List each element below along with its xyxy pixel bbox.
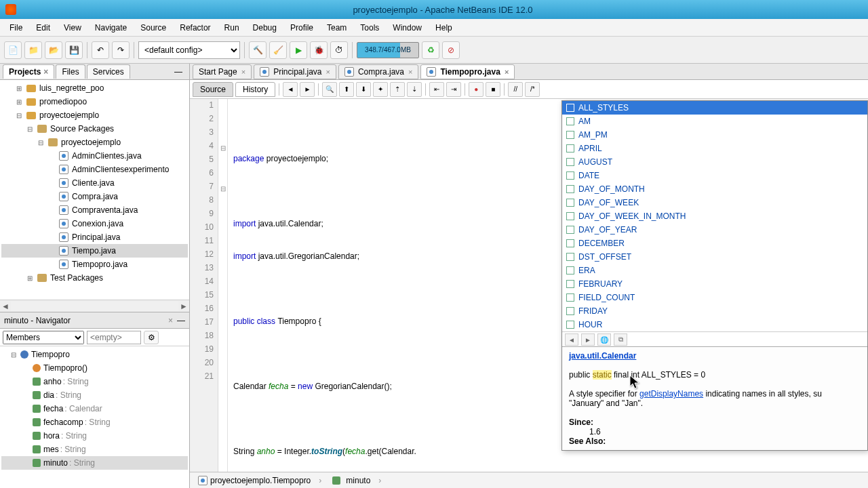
close-icon[interactable]: ×: [241, 68, 245, 76]
view-history-tab[interactable]: History: [235, 82, 275, 97]
view-source-tab[interactable]: Source: [193, 82, 233, 97]
menu-profile[interactable]: Profile: [283, 20, 320, 35]
find-icon[interactable]: 🔍: [322, 82, 337, 97]
save-all-icon[interactable]: 💾: [65, 41, 83, 59]
fold-gutter[interactable]: ⊟⊟: [218, 99, 228, 472]
autocomplete-item[interactable]: ERA: [562, 264, 867, 277]
fold-marker[interactable]: [218, 263, 227, 277]
shift-right-icon[interactable]: ⇥: [446, 82, 461, 97]
gc-icon[interactable]: ♻: [422, 41, 439, 59]
autocomplete-item[interactable]: DAY_OF_WEEK_IN_MONTH: [562, 209, 867, 223]
tree-item[interactable]: Conexion.java: [1, 217, 188, 230]
tree-item[interactable]: Compraventa.java: [1, 203, 188, 217]
close-icon[interactable]: ×: [168, 316, 173, 325]
navigator-item[interactable]: anho : String: [1, 375, 188, 388]
shift-left-icon[interactable]: ⇤: [429, 82, 444, 97]
tree-item[interactable]: ⊞Test Packages: [1, 271, 188, 285]
doc-class-link[interactable]: java.util.Calendar: [569, 351, 636, 361]
fold-marker[interactable]: [218, 290, 227, 304]
expand-icon[interactable]: ⊞: [26, 274, 34, 282]
macro-stop-icon[interactable]: ■: [486, 82, 500, 97]
fold-marker[interactable]: ⊟: [218, 141, 227, 155]
next-occurrence-icon[interactable]: ⇣: [407, 82, 422, 97]
navigator-item[interactable]: ⊟Tiempopro: [1, 348, 188, 361]
autocomplete-item[interactable]: FIELD_COUNT: [562, 291, 867, 304]
scroll-right-icon[interactable]: ►: [178, 302, 189, 311]
run-icon[interactable]: ▶: [290, 41, 307, 59]
tree-item[interactable]: Tiempo.java: [1, 244, 188, 258]
autocomplete-list[interactable]: ALL_STYLESAMAM_PMAPRILAUGUSTDATEDAY_OF_M…: [562, 101, 867, 331]
doc-window-icon[interactable]: ⧉: [614, 333, 627, 346]
navigator-item[interactable]: Tiempopro(): [1, 361, 188, 375]
project-tree[interactable]: ⊞luis_negrette_poo⊞promediopoo⊟proyectoe…: [0, 80, 189, 300]
doc-browser-icon[interactable]: 🌐: [597, 333, 611, 346]
toggle-highlight-icon[interactable]: ✦: [373, 82, 388, 97]
expand-icon[interactable]: ⊟: [15, 112, 23, 119]
fold-marker[interactable]: [218, 114, 227, 127]
fold-marker[interactable]: [218, 304, 227, 317]
autocomplete-item[interactable]: AUGUST: [562, 155, 867, 169]
doc-back-icon[interactable]: ◄: [565, 333, 578, 346]
expand-icon[interactable]: ⊟: [26, 125, 34, 133]
navigator-tree[interactable]: ⊟TiempoproTiempopro()anho : Stringdia : …: [0, 346, 189, 488]
expand-icon[interactable]: ⊟: [37, 139, 45, 146]
tree-item[interactable]: ⊞promediopoo: [1, 95, 188, 108]
fold-marker[interactable]: [218, 155, 227, 168]
close-icon[interactable]: ×: [408, 68, 412, 76]
autocomplete-item[interactable]: DAY_OF_MONTH: [562, 182, 867, 196]
prev-occurrence-icon[interactable]: ⇡: [390, 82, 405, 97]
autocomplete-item[interactable]: DAY_OF_WEEK: [562, 196, 867, 209]
fold-marker[interactable]: [218, 127, 227, 141]
fold-marker[interactable]: [218, 209, 227, 222]
navigator-item[interactable]: dia : String: [1, 388, 188, 402]
redo-icon[interactable]: ↷: [112, 41, 130, 59]
autocomplete-item[interactable]: DST_OFFSET: [562, 250, 867, 264]
filter-icon[interactable]: ⚙: [144, 331, 159, 344]
tree-item[interactable]: ⊞luis_negrette_poo: [1, 81, 188, 95]
menu-view[interactable]: View: [57, 20, 88, 35]
uncomment-icon[interactable]: /*: [525, 82, 540, 97]
menu-file[interactable]: File: [3, 20, 29, 35]
menu-team[interactable]: Team: [320, 20, 353, 35]
autocomplete-item[interactable]: DECEMBER: [562, 237, 867, 250]
navigator-item[interactable]: fechacomp : String: [1, 415, 188, 429]
autocomplete-item[interactable]: AM: [562, 115, 867, 128]
tab-files[interactable]: Files: [56, 64, 85, 79]
navigator-item[interactable]: fecha : Calendar: [1, 402, 188, 415]
autocomplete-item[interactable]: FRIDAY: [562, 304, 867, 318]
tree-item[interactable]: Compra.java: [1, 190, 188, 203]
fold-marker[interactable]: [218, 222, 227, 236]
autocomplete-item[interactable]: AM_PM: [562, 128, 867, 142]
new-project-icon[interactable]: 📁: [24, 41, 42, 59]
expand-icon[interactable]: ⊞: [15, 98, 23, 106]
build-icon[interactable]: 🔨: [249, 41, 267, 59]
fold-marker[interactable]: ⊟: [218, 182, 227, 195]
autocomplete-item[interactable]: ALL_STYLES: [562, 101, 867, 115]
navigator-filter-input[interactable]: [87, 331, 141, 344]
fold-marker[interactable]: [218, 358, 227, 371]
fold-marker[interactable]: [218, 168, 227, 182]
fold-marker[interactable]: [218, 371, 227, 385]
fold-marker[interactable]: [218, 236, 227, 249]
autocomplete-item[interactable]: DAY_OF_YEAR: [562, 223, 867, 237]
open-project-icon[interactable]: 📂: [45, 41, 62, 59]
fold-marker[interactable]: [218, 277, 227, 290]
tree-item[interactable]: AdminClientesexperimento: [1, 163, 188, 176]
nav-fwd-icon[interactable]: ►: [300, 82, 315, 97]
next-bookmark-icon[interactable]: ⬇: [356, 82, 371, 97]
tab-start-page[interactable]: Start Page×: [193, 64, 252, 79]
clean-build-icon[interactable]: 🧹: [269, 41, 287, 59]
nav-back-icon[interactable]: ◄: [283, 82, 298, 97]
breadcrumb-class[interactable]: proyectoejemplo.Tiempopro: [194, 474, 315, 487]
doc-fwd-icon[interactable]: ►: [581, 333, 595, 346]
fold-marker[interactable]: [218, 195, 227, 209]
navigator-item[interactable]: hora : String: [1, 429, 188, 443]
new-file-icon[interactable]: 📄: [4, 41, 22, 59]
menu-refactor[interactable]: Refactor: [173, 20, 217, 35]
tab-principal[interactable]: Principal.java×: [254, 64, 336, 79]
menu-source[interactable]: Source: [134, 20, 173, 35]
close-icon[interactable]: ×: [43, 67, 48, 77]
tab-tiempopro[interactable]: Tiempopro.java×: [420, 64, 515, 79]
minimize-icon[interactable]: —: [177, 316, 185, 325]
fold-marker[interactable]: [218, 317, 227, 331]
